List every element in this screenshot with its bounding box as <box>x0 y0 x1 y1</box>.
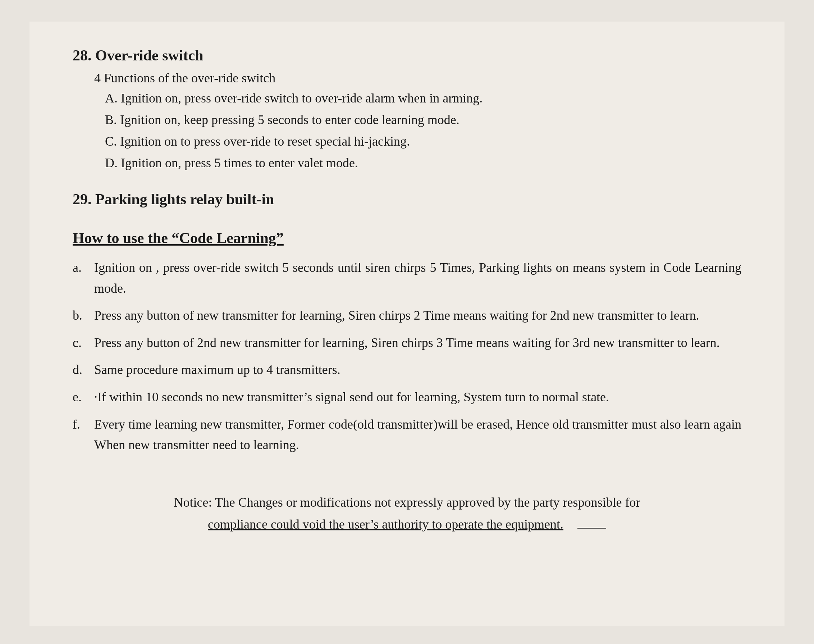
section-28-sub-intro: 4 Functions of the over-ride switch <box>94 71 741 86</box>
code-learning-section: How to use the “Code Learning” a. Igniti… <box>73 229 741 455</box>
section-28-heading: 28. Over-ride switch <box>73 47 741 64</box>
page: 28. Over-ride switch 4 Functions of the … <box>29 21 785 626</box>
code-learning-heading: How to use the “Code Learning” <box>73 229 741 247</box>
list-item-text-c: Press any button of 2nd new transmitter … <box>94 333 741 353</box>
list-item: c. Press any button of 2nd new transmitt… <box>73 333 741 353</box>
list-item-label-e: e. <box>73 387 94 408</box>
list-item: f. Every time learning new transmitter, … <box>73 414 741 455</box>
notice-line2: compliance could void the user’s authori… <box>73 514 741 535</box>
list-item: a. Ignition on , press over-ride switch … <box>73 258 741 299</box>
list-item-label-f: f. <box>73 414 94 435</box>
list-item-text-f: Every time learning new transmitter, For… <box>94 414 741 455</box>
notice-underline <box>578 528 606 529</box>
section-28-item-d: D. Ignition on, press 5 times to enter v… <box>105 153 741 173</box>
notice-line1: Notice: The Changes or modifications not… <box>73 492 741 514</box>
code-learning-list: a. Ignition on , press over-ride switch … <box>73 258 741 455</box>
section-28: 28. Over-ride switch 4 Functions of the … <box>73 47 741 173</box>
section-29-heading: 29. Parking lights relay built-in <box>73 190 741 208</box>
list-item-label-a: a. <box>73 258 94 278</box>
notice-line2-text: compliance could void the user’s authori… <box>208 517 563 532</box>
list-item-label-d: d. <box>73 360 94 380</box>
section-28-item-c: C. Ignition on to press over-ride to res… <box>105 132 741 151</box>
list-item-text-a: Ignition on , press over-ride switch 5 s… <box>94 258 741 299</box>
section-28-item-b: B. Ignition on, keep pressing 5 seconds … <box>105 110 741 129</box>
section-29: 29. Parking lights relay built-in <box>73 190 741 208</box>
list-item: b. Press any button of new transmitter f… <box>73 305 741 326</box>
list-item: d. Same procedure maximum up to 4 transm… <box>73 360 741 380</box>
list-item-label-b: b. <box>73 305 94 326</box>
list-item-label-c: c. <box>73 333 94 353</box>
section-28-item-a: A. Ignition on, press over-ride switch t… <box>105 89 741 108</box>
list-item-text-e: ·If within 10 seconds no new transmitter… <box>94 387 741 408</box>
list-item: e. ·If within 10 seconds no new transmit… <box>73 387 741 408</box>
list-item-text-d: Same procedure maximum up to 4 transmitt… <box>94 360 741 380</box>
list-item-text-b: Press any button of new transmitter for … <box>94 305 741 326</box>
notice-section: Notice: The Changes or modifications not… <box>73 492 741 535</box>
